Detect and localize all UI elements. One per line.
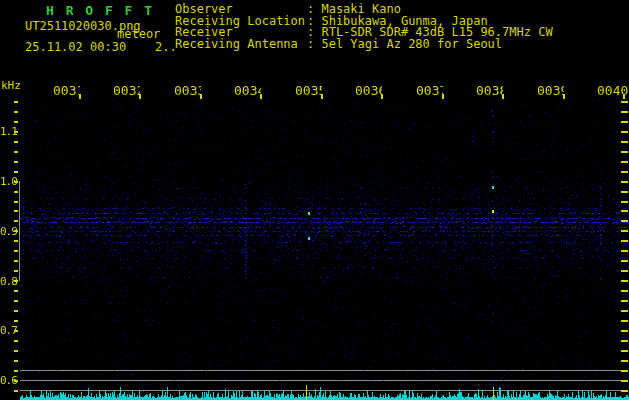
time-tick <box>623 94 625 99</box>
time-tick <box>200 94 202 99</box>
time-label-0038: 0038 <box>476 83 503 96</box>
freq-minor-tick-right <box>621 250 628 252</box>
freq-minor-tick-right <box>621 320 628 322</box>
freq-minor-tick-left <box>14 300 18 302</box>
time-label-0037: 0037 <box>416 83 443 96</box>
freq-minor-tick-right <box>621 151 628 153</box>
freq-minor-tick-right <box>621 390 628 392</box>
time-label-0032: 0032 <box>113 83 140 96</box>
freq-minor-tick-right <box>621 360 628 362</box>
freq-minor-tick-left <box>14 340 18 342</box>
freq-minor-tick-right <box>621 240 628 242</box>
freq-minor-tick-left <box>14 111 18 113</box>
spectrogram-canvas <box>0 0 629 400</box>
freq-minor-tick-right <box>621 260 628 262</box>
freq-minor-tick-left <box>14 240 18 242</box>
freq-minor-tick-left <box>14 101 18 103</box>
freq-minor-tick-left <box>14 141 18 143</box>
freq-minor-tick-right <box>621 181 628 183</box>
time-tick <box>563 94 565 99</box>
hrofft-screen: H R O F F T UT2511020030.png meteor 25.1… <box>0 0 629 400</box>
freq-minor-tick-left <box>14 191 18 193</box>
freq-minor-tick-right <box>621 370 628 372</box>
freq-minor-tick-left <box>14 121 18 123</box>
freq-minor-tick-right <box>621 111 628 113</box>
freq-minor-tick-left <box>14 320 18 322</box>
freq-minor-tick-left <box>14 310 18 312</box>
freq-minor-tick-left <box>14 151 18 153</box>
freq-minor-tick-right <box>621 210 628 212</box>
time-tick <box>321 94 323 99</box>
freq-minor-tick-right <box>621 340 628 342</box>
time-label-0033: 0033 <box>174 83 201 96</box>
freq-minor-tick-right <box>621 270 628 272</box>
freq-minor-tick-left <box>14 171 18 173</box>
freq-minor-tick-right <box>621 141 628 143</box>
freq-minor-tick-right <box>621 201 628 203</box>
time-tick <box>139 94 141 99</box>
time-label-0034: 0034 <box>234 83 261 96</box>
freq-minor-tick-left <box>14 330 18 332</box>
time-tick <box>381 94 383 99</box>
time-tick <box>79 94 81 99</box>
time-label-0035: 0035 <box>295 83 322 96</box>
freq-minor-tick-left <box>14 210 18 212</box>
time-label-0039: 0039 <box>537 83 564 96</box>
freq-minor-tick-right <box>621 280 628 282</box>
freq-minor-tick-right <box>621 161 628 163</box>
freq-minor-tick-right <box>621 290 628 292</box>
freq-minor-tick-right <box>621 171 628 173</box>
freq-minor-tick-left <box>14 181 18 183</box>
freq-minor-tick-left <box>14 370 18 372</box>
freq-minor-tick-right <box>621 101 628 103</box>
freq-minor-tick-right <box>621 220 628 222</box>
freq-minor-tick-left <box>14 131 18 133</box>
time-tick <box>442 94 444 99</box>
freq-minor-tick-right <box>621 350 628 352</box>
freq-minor-tick-left <box>14 161 18 163</box>
time-tick <box>502 94 504 99</box>
freq-minor-tick-right <box>621 310 628 312</box>
freq-minor-tick-left <box>14 220 18 222</box>
freq-minor-tick-right <box>621 131 628 133</box>
time-tick <box>260 94 262 99</box>
freq-minor-tick-left <box>14 201 18 203</box>
time-label-0036: 0036 <box>355 83 382 96</box>
time-label-0031: 0031 <box>53 83 80 96</box>
freq-minor-tick-left <box>14 290 18 292</box>
freq-minor-tick-left <box>14 250 18 252</box>
freq-minor-tick-left <box>14 230 18 232</box>
freq-minor-tick-left <box>14 360 18 362</box>
freq-minor-tick-left <box>14 350 18 352</box>
freq-minor-tick-right <box>621 121 628 123</box>
freq-minor-tick-right <box>621 380 628 382</box>
freq-minor-tick-left <box>14 280 18 282</box>
freq-minor-tick-right <box>621 191 628 193</box>
freq-minor-tick-right <box>621 230 628 232</box>
freq-minor-tick-left <box>14 380 18 382</box>
freq-minor-tick-left <box>14 390 18 392</box>
freq-minor-tick-right <box>621 330 628 332</box>
freq-minor-tick-right <box>621 300 628 302</box>
freq-minor-tick-left <box>14 260 18 262</box>
freq-minor-tick-left <box>14 270 18 272</box>
